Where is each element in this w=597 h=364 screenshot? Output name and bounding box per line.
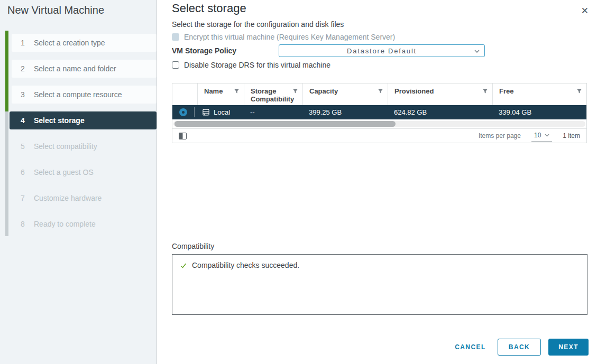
datastore-icon <box>202 108 210 116</box>
wizard-sidebar: New Virtual Machine 1 Select a creation … <box>0 0 157 364</box>
radio-selected-icon[interactable] <box>179 108 187 116</box>
step-number: 3 <box>19 90 26 99</box>
wizard-step-2[interactable]: 2 Select a name and folder <box>12 60 157 78</box>
radio-column-header <box>172 83 197 105</box>
table-footer: Items per page 10 1 item <box>172 128 586 143</box>
vm-storage-policy-select[interactable]: Datastore Default <box>279 44 485 57</box>
filter-icon[interactable] <box>482 88 488 94</box>
step-label: Select a guest OS <box>34 168 94 176</box>
encrypt-checkbox <box>172 33 179 41</box>
column-selector-icon[interactable] <box>179 133 187 139</box>
step-label: Select a compute resource <box>34 90 122 99</box>
encrypt-label: Encrypt this virtual machine (Requires K… <box>184 33 395 41</box>
vm-storage-policy-value: Datastore Default <box>347 47 417 55</box>
step-number: 1 <box>19 39 26 47</box>
new-vm-wizard-dialog: New Virtual Machine 1 Select a creation … <box>0 0 597 364</box>
step-number: 7 <box>19 194 26 202</box>
disable-drs-checkbox[interactable] <box>172 61 179 69</box>
column-header-capacity[interactable]: Capacity <box>302 83 388 105</box>
step-label: Customize hardware <box>34 194 102 202</box>
compatibility-section: Compatibility Compatibility checks succe… <box>172 242 587 315</box>
datastore-row-selected[interactable]: Local -- 399.25 GB 624.82 GB 339.04 GB <box>172 105 586 119</box>
wizard-step-8: 8 Ready to complete <box>12 215 157 233</box>
step-number: 4 <box>19 116 26 125</box>
column-header-storage-compatibility[interactable]: Storage Compatibility <box>244 83 302 105</box>
items-count: 1 item <box>563 132 580 139</box>
next-button[interactable]: NEXT <box>548 339 589 356</box>
wizard-steps: 1 Select a creation type 2 Select a name… <box>0 34 157 241</box>
step-number: 2 <box>19 64 26 73</box>
step-label: Select compatibility <box>34 142 97 151</box>
cell-capacity: 399.25 GB <box>302 108 388 116</box>
column-header-name[interactable]: Name <box>197 83 244 105</box>
chevron-down-icon <box>545 134 549 137</box>
wizard-step-7: 7 Customize hardware <box>12 189 157 207</box>
cancel-button[interactable]: CANCEL <box>451 339 490 355</box>
step-number: 8 <box>19 220 26 228</box>
step-label: Select storage <box>34 116 85 125</box>
vm-storage-policy-label: VM Storage Policy <box>172 46 279 55</box>
wizard-step-4-active[interactable]: 4 Select storage <box>10 111 157 129</box>
table-header: Name Storage Compatibility Capacity Prov… <box>172 83 586 105</box>
page-title: Select storage <box>172 2 597 15</box>
cell-provisioned: 624.82 GB <box>388 108 492 116</box>
scrollbar-thumb[interactable] <box>174 121 396 127</box>
horizontal-scrollbar[interactable] <box>172 119 586 128</box>
datastore-name: Local <box>214 108 230 116</box>
column-header-free[interactable]: Free <box>492 83 586 105</box>
step-label: Select a name and folder <box>34 64 116 73</box>
wizard-actions: CANCEL BACK NEXT <box>451 339 589 356</box>
wizard-title: New Virtual Machine <box>7 4 157 16</box>
datastore-table: Name Storage Compatibility Capacity Prov… <box>172 83 587 143</box>
chevron-down-icon <box>474 50 480 53</box>
cell-storage-compatibility: -- <box>244 108 302 116</box>
items-per-page-label: Items per page <box>479 132 521 139</box>
compatibility-message: Compatibility checks succeeded. <box>192 261 299 269</box>
items-per-page-select[interactable]: 10 <box>531 130 552 142</box>
disable-drs-label: Disable Storage DRS for this virtual mac… <box>184 61 330 69</box>
column-header-provisioned[interactable]: Provisioned <box>388 83 492 105</box>
step-label: Select a creation type <box>34 39 105 47</box>
page-subtitle: Select the storage for the configuration… <box>172 20 597 29</box>
wizard-step-3[interactable]: 3 Select a compute resource <box>12 86 157 104</box>
compatibility-label: Compatibility <box>172 242 587 250</box>
filter-icon[interactable] <box>378 88 383 94</box>
compatibility-panel: Compatibility checks succeeded. <box>172 254 587 315</box>
scrollbar-track[interactable] <box>173 121 585 127</box>
close-icon[interactable]: ✕ <box>578 4 592 17</box>
step-number: 5 <box>19 142 26 151</box>
step-label: Ready to complete <box>34 220 96 228</box>
wizard-step-6: 6 Select a guest OS <box>12 163 157 181</box>
filter-icon[interactable] <box>234 88 240 94</box>
wizard-step-1[interactable]: 1 Select a creation type <box>12 34 157 52</box>
select-storage-panel: ✕ Select storage Select the storage for … <box>157 0 597 364</box>
filter-icon[interactable] <box>576 88 582 94</box>
success-check-icon <box>180 262 187 269</box>
back-button[interactable]: BACK <box>498 339 541 356</box>
step-number: 6 <box>19 168 26 176</box>
wizard-step-5: 5 Select compatibility <box>12 137 157 155</box>
cell-free: 339.04 GB <box>492 108 586 116</box>
filter-icon[interactable] <box>292 88 298 94</box>
